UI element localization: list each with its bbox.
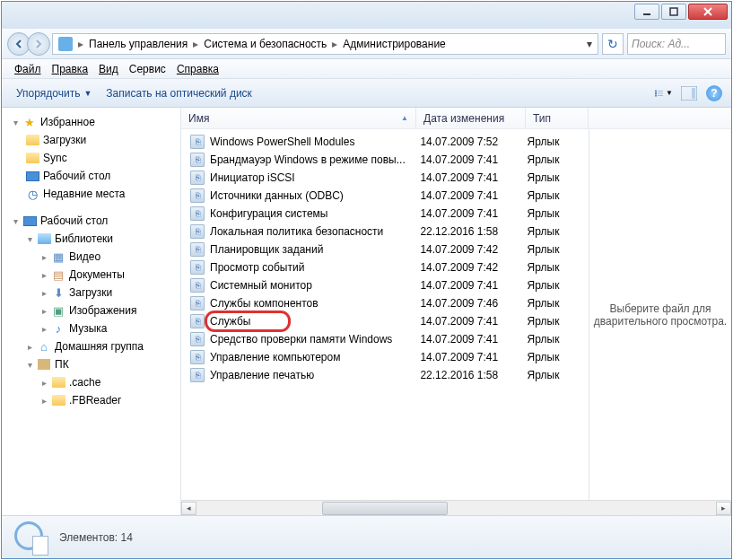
file-row[interactable]: ⎘Просмотр событий14.07.2009 7:42Ярлык [181,258,589,276]
tree-images[interactable]: ▸▣Изображения [2,302,180,319]
collapse-icon[interactable]: ▾ [25,360,35,370]
file-list[interactable]: ⎘Windows PowerShell Modules14.07.2009 7:… [181,129,589,500]
breadcrumb-dropdown[interactable]: ▾ [583,38,596,50]
tree-label: ПК [55,358,69,371]
tree-desktop[interactable]: ▾Рабочий стол [2,212,180,230]
file-row[interactable]: ⎘Конфигурация системы14.07.2009 7:41Ярлы… [181,205,589,223]
scroll-left-button[interactable]: ◂ [181,502,196,515]
column-headers: Имя▲ Дата изменения Тип [181,108,731,129]
chevron-right-icon[interactable]: ▸ [191,38,200,50]
recent-icon: ◷ [25,187,39,201]
tree-pc[interactable]: ▾ПК [2,355,180,373]
tree-label: .cache [69,376,100,389]
file-row[interactable]: ⎘Локальная политика безопасности22.12.20… [181,223,589,241]
expand-icon[interactable]: ▸ [39,396,49,406]
collapse-icon[interactable]: ▾ [11,216,21,226]
scroll-thumb[interactable] [322,502,448,515]
menu-tools[interactable]: Сервис [124,61,171,77]
expand-icon[interactable]: ▸ [39,324,49,334]
expand-icon[interactable]: ▸ [39,288,49,298]
menu-help[interactable]: Справка [171,61,224,77]
file-name: Средство проверки памяти Windows [210,333,420,346]
breadcrumb-item[interactable]: Администрирование [339,38,449,50]
file-row[interactable]: ⎘Службы14.07.2009 7:41Ярлык [181,312,589,330]
tree-libraries[interactable]: ▾Библиотеки [2,230,180,248]
tree-downloads[interactable]: Загрузки [2,131,180,149]
file-name: Службы компонентов [210,297,420,310]
organize-button[interactable]: Упорядочить▼ [9,83,99,103]
horizontal-scrollbar[interactable]: ◂ ▸ [181,500,731,515]
forward-button[interactable] [27,32,50,56]
scroll-right-button[interactable]: ▸ [716,502,731,515]
folder-icon [26,135,39,145]
maximize-button[interactable] [661,4,686,20]
file-row[interactable]: ⎘Службы компонентов14.07.2009 7:46Ярлык [181,294,589,312]
shortcut-icon: ⎘ [190,153,205,167]
file-name: Локальная политика безопасности [210,225,420,238]
burn-button[interactable]: Записать на оптический диск [99,83,259,103]
file-date: 14.07.2009 7:41 [420,315,527,328]
folder-icon [52,377,65,388]
scroll-track[interactable] [196,502,716,515]
preview-pane-button[interactable] [679,83,699,103]
collapse-icon[interactable]: ▾ [11,118,21,127]
file-type: Ярлык [528,136,589,148]
shortcut-icon: ⎘ [190,296,205,311]
file-row[interactable]: ⎘Управление печатью22.12.2016 1:58Ярлык [181,366,589,384]
expand-icon[interactable]: ▸ [39,252,49,262]
chevron-right-icon[interactable]: ▸ [330,38,339,50]
column-name[interactable]: Имя▲ [181,108,416,128]
view-button[interactable]: ▼ [654,83,674,103]
tree-recent[interactable]: ◷Недавние места [2,185,180,203]
tree-homegroup[interactable]: ▸⌂Домашняя группа [2,337,180,355]
expand-icon[interactable]: ▸ [39,378,49,388]
folder-status-icon [13,520,48,556]
file-row[interactable]: ⎘Windows PowerShell Modules14.07.2009 7:… [181,133,589,151]
menu-file[interactable]: Файл [9,61,47,77]
nav-tree[interactable]: ▾★Избранное Загрузки Sync Рабочий стол ◷… [2,108,181,515]
file-type: Ярлык [528,333,589,346]
file-name: Источники данных (ODBC) [210,189,420,202]
file-date: 22.12.2016 1:58 [420,369,527,381]
tree-music[interactable]: ▸♪Музыка [2,319,180,337]
shortcut-icon: ⎘ [190,314,205,328]
search-input[interactable]: Поиск: Ад... [627,33,726,55]
file-row[interactable]: ⎘Планировщик заданий14.07.2009 7:42Ярлык [181,241,589,258]
collapse-icon[interactable]: ▾ [25,234,35,244]
file-type: Ярлык [528,279,589,292]
expand-icon[interactable]: ▸ [39,306,49,316]
tree-downloads2[interactable]: ▸⬇Загрузки [2,284,180,302]
file-row[interactable]: ⎘Системный монитор14.07.2009 7:41Ярлык [181,276,589,294]
tree-favorites[interactable]: ▾★Избранное [2,113,180,131]
file-type: Ярлык [528,243,589,256]
file-row[interactable]: ⎘Брандмауэр Windows в режиме повы...14.0… [181,151,589,169]
file-row[interactable]: ⎘Средство проверки памяти Windows14.07.2… [181,330,589,348]
expand-icon[interactable]: ▸ [39,270,49,280]
tree-fbreader[interactable]: ▸.FBReader [2,391,180,409]
tree-videos[interactable]: ▸▦Видео [2,248,180,266]
minimize-button[interactable] [634,4,659,20]
breadcrumb[interactable]: ▸ Панель управления ▸ Система и безопасн… [52,33,598,55]
tree-label: .FBReader [69,394,121,407]
shortcut-icon: ⎘ [190,135,205,149]
column-type[interactable]: Тип [526,108,589,128]
tree-sync[interactable]: Sync [2,149,180,167]
refresh-button[interactable]: ↻ [602,33,624,55]
chevron-right-icon[interactable]: ▸ [76,38,85,50]
file-row[interactable]: ⎘Источники данных (ODBC)14.07.2009 7:41Я… [181,187,589,205]
file-row[interactable]: ⎘Управление компьютером14.07.2009 7:41Яр… [181,348,589,366]
titlebar[interactable] [2,2,731,29]
column-date[interactable]: Дата изменения [416,108,526,128]
shortcut-icon: ⎘ [190,206,205,221]
menu-edit[interactable]: Правка [47,61,94,77]
close-button[interactable] [688,4,728,20]
file-row[interactable]: ⎘Инициатор iSCSI14.07.2009 7:41Ярлык [181,169,589,187]
tree-desktop-fav[interactable]: Рабочий стол [2,167,180,185]
tree-documents[interactable]: ▸▤Документы [2,266,180,284]
tree-cache[interactable]: ▸.cache [2,373,180,391]
menu-view[interactable]: Вид [93,61,124,77]
breadcrumb-item[interactable]: Система и безопасность [200,38,330,50]
help-button[interactable]: ? [704,83,724,103]
breadcrumb-item[interactable]: Панель управления [85,38,191,50]
expand-icon[interactable]: ▸ [25,342,35,352]
